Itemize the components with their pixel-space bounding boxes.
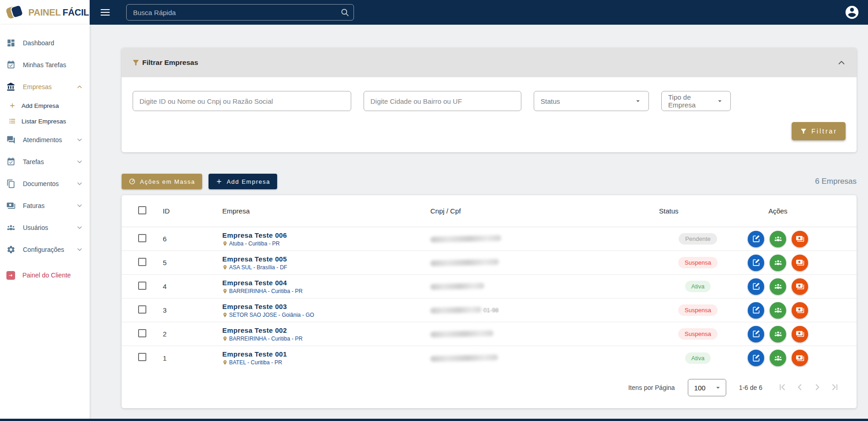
edit-icon <box>752 306 761 314</box>
last-page-icon <box>830 382 840 392</box>
dashboard-icon <box>6 38 16 48</box>
edit-company-button[interactable] <box>748 350 764 366</box>
row-checkbox[interactable] <box>138 234 146 242</box>
company-invoices-button[interactable] <box>792 350 808 366</box>
row-checkbox[interactable] <box>138 258 146 266</box>
collapse-filter-button[interactable] <box>836 58 847 68</box>
filter-city-input[interactable] <box>364 91 521 111</box>
table-row: 4 Empresa Teste 004 BARREIRINHA - Curiti… <box>122 275 857 298</box>
chat-icon <box>6 135 16 144</box>
row-checkbox[interactable] <box>138 282 146 290</box>
account-circle-icon[interactable] <box>844 5 860 20</box>
brand-primary: PAINEL <box>28 7 61 17</box>
funnel-icon <box>800 128 807 135</box>
chevron-down-icon <box>76 202 83 209</box>
menu-icon[interactable] <box>100 7 111 18</box>
table-row: 5 Empresa Teste 005 ASA SUL - Brasília -… <box>122 251 857 275</box>
invoice-icon <box>796 258 804 267</box>
dropdown-arrow-icon <box>634 97 642 105</box>
next-page-button[interactable] <box>810 380 825 395</box>
select-all-checkbox[interactable] <box>138 206 146 214</box>
sidebar-item-usuarios[interactable]: Usuários <box>0 217 90 239</box>
page-size-select[interactable]: 100 <box>688 379 726 396</box>
company-name[interactable]: Empresa Teste 006 <box>222 231 430 239</box>
search-input[interactable] <box>126 4 354 21</box>
previous-page-button[interactable] <box>793 380 807 395</box>
sidebar-item-configuracoes[interactable]: Configurações <box>0 239 90 261</box>
edit-company-button[interactable] <box>748 326 764 342</box>
chevron-down-icon <box>76 246 83 253</box>
users-icon <box>774 258 782 267</box>
filtrar-button[interactable]: Filtrar <box>792 122 846 140</box>
funnel-icon <box>132 59 140 67</box>
status-badge: Suspensa <box>678 328 718 340</box>
cnpj-redacted <box>430 307 482 314</box>
gauge-icon <box>129 178 136 185</box>
company-users-button[interactable] <box>770 278 786 295</box>
edit-company-button[interactable] <box>748 231 764 247</box>
bulk-actions-button[interactable]: Ações em Massa <box>122 174 202 189</box>
gear-icon <box>6 245 16 254</box>
status-select[interactable]: Status <box>534 91 649 111</box>
chevron-down-icon <box>76 158 83 165</box>
cnpj-redacted <box>430 354 498 362</box>
company-location: BARREIRINHA - Curitiba - PR <box>229 288 303 294</box>
sidebar-item-dashboard[interactable]: Dashboard <box>0 32 90 54</box>
edit-icon <box>752 354 761 362</box>
plus-icon <box>9 102 16 109</box>
sidebar-item-painel-do-cliente[interactable]: Painel do Cliente <box>0 264 90 286</box>
company-name[interactable]: Empresa Teste 001 <box>222 350 430 358</box>
add-company-button[interactable]: Add Empresa <box>209 174 277 189</box>
company-invoices-button[interactable] <box>792 302 808 319</box>
company-users-button[interactable] <box>770 326 786 342</box>
company-invoices-button[interactable] <box>792 231 808 247</box>
edit-icon <box>752 258 761 267</box>
app-logo[interactable]: PAINELFÁCIL <box>0 0 90 25</box>
row-checkbox[interactable] <box>138 329 146 337</box>
company-name[interactable]: Empresa Teste 004 <box>222 279 430 287</box>
company-users-button[interactable] <box>770 255 786 271</box>
company-users-button[interactable] <box>770 231 786 247</box>
main-content: Filtrar Empresas Status Tipo de Empresa … <box>90 25 868 408</box>
company-invoices-button[interactable] <box>792 255 808 271</box>
company-location: BATEL - Curitiba - PR <box>229 359 282 366</box>
edit-company-button[interactable] <box>748 302 764 319</box>
sidebar-item-empresas[interactable]: Empresas <box>0 76 90 98</box>
status-badge: Suspensa <box>678 304 718 316</box>
edit-company-button[interactable] <box>748 278 764 295</box>
sidebar-item-listar-empresas[interactable]: Listar Empresas <box>0 113 90 129</box>
row-id: 3 <box>163 306 222 314</box>
sidebar-item-atendimentos[interactable]: Atendimentos <box>0 129 90 151</box>
last-page-button[interactable] <box>827 380 842 395</box>
sidebar-item-documentos[interactable]: Documentos <box>0 173 90 195</box>
sidebar-item-add-empresa[interactable]: Add Empresa <box>0 98 90 113</box>
row-checkbox[interactable] <box>138 305 146 314</box>
company-invoices-button[interactable] <box>792 278 808 295</box>
users-icon <box>6 223 16 232</box>
users-icon <box>774 354 782 362</box>
pagination: Itens por Página 100 1-6 de 6 <box>122 370 857 408</box>
filter-search-input[interactable] <box>133 91 351 111</box>
sidebar-item-minhas-tarefas[interactable]: Minhas Tarefas <box>0 54 90 76</box>
row-checkbox[interactable] <box>138 353 146 361</box>
company-name[interactable]: Empresa Teste 003 <box>222 303 430 310</box>
company-users-button[interactable] <box>770 302 786 319</box>
edit-company-button[interactable] <box>748 255 764 271</box>
search-icon[interactable] <box>340 8 349 17</box>
company-invoices-button[interactable] <box>792 326 808 342</box>
items-per-page-label: Itens por Página <box>628 384 675 391</box>
sidebar-item-tarefas[interactable]: Tarefas <box>0 151 90 173</box>
sidebar-item-faturas[interactable]: Faturas <box>0 195 90 217</box>
first-page-button[interactable] <box>775 380 790 395</box>
company-type-select[interactable]: Tipo de Empresa <box>661 91 731 111</box>
row-id: 5 <box>163 259 222 266</box>
company-name[interactable]: Empresa Teste 002 <box>222 326 430 334</box>
first-page-icon <box>777 382 788 392</box>
users-icon <box>774 330 782 338</box>
company-name[interactable]: Empresa Teste 005 <box>222 255 430 263</box>
filter-header: Filtrar Empresas <box>122 48 857 77</box>
row-id: 6 <box>163 235 222 243</box>
status-badge: Suspensa <box>678 257 718 268</box>
company-users-button[interactable] <box>770 350 786 366</box>
bank-icon <box>6 82 16 91</box>
